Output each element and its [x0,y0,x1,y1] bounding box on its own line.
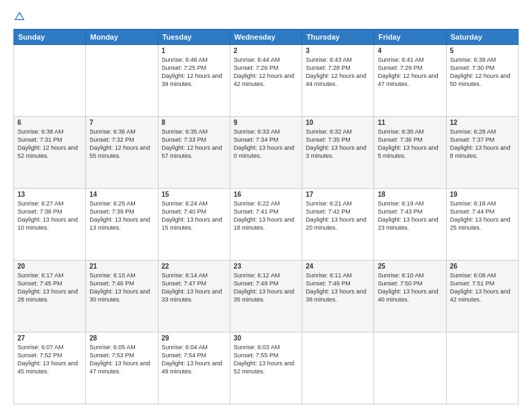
col-saturday: Saturday [446,30,518,45]
day-number: 7 [89,119,154,126]
sunrise-text: Sunrise: 6:22 AM [234,200,280,207]
table-row [302,332,374,404]
day-number: 16 [234,191,298,198]
daylight-text: Daylight: 12 hours and 57 minutes. [162,144,222,159]
day-number: 27 [17,334,82,342]
day-number: 4 [378,47,442,54]
sunset-text: Sunset: 7:43 PM [378,208,423,215]
sunset-text: Sunset: 7:30 PM [450,64,495,71]
sunrise-text: Sunrise: 6:11 AM [306,272,352,279]
sunset-text: Sunset: 7:26 PM [234,64,279,71]
sunrise-text: Sunrise: 6:10 AM [378,272,424,279]
daylight-text: Daylight: 13 hours and 15 minutes. [162,216,222,231]
sunset-text: Sunset: 7:55 PM [234,352,279,359]
day-info: Sunrise: 6:11 AM Sunset: 7:49 PM Dayligh… [306,271,370,304]
day-info: Sunrise: 6:19 AM Sunset: 7:43 PM Dayligh… [378,199,442,232]
sunrise-text: Sunrise: 6:39 AM [450,56,496,63]
table-row: 11 Sunrise: 6:30 AM Sunset: 7:36 PM Dayl… [374,117,446,189]
table-row: 2 Sunrise: 6:44 AM Sunset: 7:26 PM Dayli… [230,45,302,117]
day-number: 24 [306,263,370,270]
table-row: 22 Sunrise: 6:14 AM Sunset: 7:47 PM Dayl… [158,261,230,332]
sunset-text: Sunset: 7:53 PM [89,352,134,359]
table-row: 19 Sunrise: 6:18 AM Sunset: 7:44 PM Dayl… [446,189,518,261]
sunset-text: Sunset: 7:39 PM [89,208,134,215]
daylight-text: Daylight: 13 hours and 23 minutes. [378,216,438,231]
sunrise-text: Sunrise: 6:24 AM [162,200,208,207]
sunset-text: Sunset: 7:40 PM [162,208,207,215]
day-number: 20 [17,263,82,270]
table-row: 4 Sunrise: 6:41 AM Sunset: 7:29 PM Dayli… [374,45,446,117]
sunset-text: Sunset: 7:29 PM [378,64,423,71]
day-info: Sunrise: 6:07 AM Sunset: 7:52 PM Dayligh… [17,343,82,376]
day-info: Sunrise: 6:15 AM Sunset: 7:46 PM Dayligh… [89,271,154,304]
table-row: 5 Sunrise: 6:39 AM Sunset: 7:30 PM Dayli… [446,45,518,117]
day-info: Sunrise: 6:08 AM Sunset: 7:51 PM Dayligh… [450,271,515,304]
day-info: Sunrise: 6:24 AM Sunset: 7:40 PM Dayligh… [162,199,226,232]
col-friday: Friday [374,30,446,45]
table-row: 29 Sunrise: 6:04 AM Sunset: 7:54 PM Dayl… [158,332,230,404]
table-row: 8 Sunrise: 6:35 AM Sunset: 7:33 PM Dayli… [158,117,230,189]
day-number: 28 [89,334,154,342]
day-number: 11 [378,119,442,126]
daylight-text: Daylight: 13 hours and 20 minutes. [306,216,366,231]
table-row: 15 Sunrise: 6:24 AM Sunset: 7:40 PM Dayl… [158,189,230,261]
sunset-text: Sunset: 7:52 PM [17,352,62,359]
daylight-text: Daylight: 12 hours and 42 minutes. [234,73,294,87]
logo [13,10,27,22]
table-row: 20 Sunrise: 6:17 AM Sunset: 7:45 PM Dayl… [14,261,86,332]
day-number: 6 [17,119,82,126]
sunrise-text: Sunrise: 6:15 AM [89,272,136,279]
daylight-text: Daylight: 13 hours and 38 minutes. [306,288,366,303]
day-number: 22 [162,263,226,270]
calendar-week-2: 6 Sunrise: 6:38 AM Sunset: 7:31 PM Dayli… [14,117,519,189]
daylight-text: Daylight: 12 hours and 47 minutes. [378,73,438,87]
day-number: 21 [89,263,154,270]
sunrise-text: Sunrise: 6:32 AM [306,128,352,135]
day-info: Sunrise: 6:41 AM Sunset: 7:29 PM Dayligh… [378,56,442,89]
day-number: 9 [234,119,298,126]
sunrise-text: Sunrise: 6:41 AM [378,56,424,63]
day-info: Sunrise: 6:05 AM Sunset: 7:53 PM Dayligh… [89,343,154,376]
sunrise-text: Sunrise: 6:35 AM [162,128,208,135]
sunrise-text: Sunrise: 6:36 AM [89,128,136,135]
day-info: Sunrise: 6:17 AM Sunset: 7:45 PM Dayligh… [17,271,82,304]
sunrise-text: Sunrise: 6:25 AM [89,200,136,207]
sunset-text: Sunset: 7:49 PM [306,280,351,287]
day-number: 3 [306,47,370,54]
sunset-text: Sunset: 7:33 PM [162,136,207,143]
table-row [14,45,86,117]
daylight-text: Daylight: 13 hours and 42 minutes. [450,288,511,303]
sunrise-text: Sunrise: 6:07 AM [17,344,64,351]
table-row: 26 Sunrise: 6:08 AM Sunset: 7:51 PM Dayl… [446,261,518,332]
header [13,10,519,22]
day-number: 23 [234,263,298,270]
sunrise-text: Sunrise: 6:14 AM [162,272,208,279]
sunset-text: Sunset: 7:54 PM [162,352,207,359]
day-number: 19 [450,191,515,198]
table-row: 28 Sunrise: 6:05 AM Sunset: 7:53 PM Dayl… [86,332,158,404]
sunrise-text: Sunrise: 6:03 AM [234,344,280,351]
daylight-text: Daylight: 13 hours and 28 minutes. [17,288,78,303]
sunset-text: Sunset: 7:44 PM [450,208,495,215]
table-row: 21 Sunrise: 6:15 AM Sunset: 7:46 PM Dayl… [86,261,158,332]
daylight-text: Daylight: 13 hours and 30 minutes. [89,288,150,303]
daylight-text: Daylight: 13 hours and 13 minutes. [89,216,150,231]
page: Sunday Monday Tuesday Wednesday Thursday… [0,0,532,411]
daylight-text: Daylight: 13 hours and 52 minutes. [234,360,294,375]
table-row: 14 Sunrise: 6:25 AM Sunset: 7:39 PM Dayl… [86,189,158,261]
sunset-text: Sunset: 7:50 PM [378,280,423,287]
sunset-text: Sunset: 7:47 PM [162,280,207,287]
table-row [446,332,518,404]
day-info: Sunrise: 6:14 AM Sunset: 7:47 PM Dayligh… [162,271,226,304]
day-number: 15 [162,191,226,198]
day-info: Sunrise: 6:12 AM Sunset: 7:48 PM Dayligh… [234,271,298,304]
sunrise-text: Sunrise: 6:05 AM [89,344,136,351]
table-row: 3 Sunrise: 6:43 AM Sunset: 7:28 PM Dayli… [302,45,374,117]
sunset-text: Sunset: 7:28 PM [306,64,351,71]
daylight-text: Daylight: 13 hours and 47 minutes. [89,360,150,375]
sunset-text: Sunset: 7:42 PM [306,208,351,215]
day-number: 5 [450,47,515,54]
daylight-text: Daylight: 13 hours and 45 minutes. [17,360,78,375]
day-info: Sunrise: 6:39 AM Sunset: 7:30 PM Dayligh… [450,56,515,89]
sunset-text: Sunset: 7:41 PM [234,208,279,215]
